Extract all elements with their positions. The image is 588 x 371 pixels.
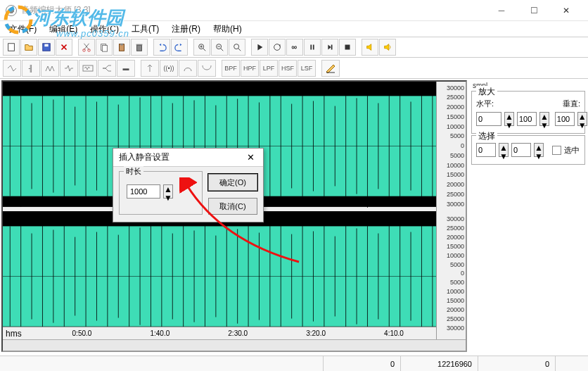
infinity-button[interactable] — [286, 39, 303, 56]
save-button[interactable] — [38, 39, 55, 56]
filter-btn-8[interactable] — [141, 60, 159, 77]
filter-btn-4[interactable] — [60, 60, 78, 77]
svg-rect-9 — [137, 45, 142, 51]
delete-button[interactable] — [131, 39, 148, 56]
filter-btn-1[interactable] — [3, 60, 21, 77]
time-ruler: hms 0:50.0 1:40.0 2:30.0 3:20.0 4:10.0 — [3, 327, 436, 339]
select-checkbox-label: 选中 — [564, 145, 580, 156]
zoom-h-max-input[interactable] — [517, 112, 537, 126]
time-unit-label: hms — [6, 329, 22, 339]
zoom-h-max-spinner[interactable]: ▲▼ — [539, 112, 549, 126]
menu-file[interactable]: 文件(F) — [4, 22, 42, 37]
menu-edit[interactable]: 编辑(E) — [44, 22, 83, 37]
insert-silence-dialog: 插入静音设置 ✕ 时长 ▲▼ 确定(O) 取消(C) — [113, 148, 264, 222]
zoom-v-spinner[interactable]: ▲▼ — [577, 112, 587, 126]
duration-input[interactable] — [127, 184, 160, 199]
svg-point-13 — [234, 44, 239, 49]
svg-rect-18 — [345, 45, 350, 50]
zoom-h-input[interactable] — [476, 112, 501, 126]
close-button[interactable]: ✕ — [550, 0, 582, 21]
undo-button[interactable] — [153, 39, 170, 56]
toolbar-filters: ╢ ▬ ((•)) BPF HPF LPF HSF LSF — [0, 58, 588, 79]
filter-hsf[interactable]: HSF — [279, 60, 297, 77]
filter-btn-11[interactable] — [198, 60, 216, 77]
svg-rect-17 — [331, 45, 333, 50]
filter-draw-button[interactable] — [321, 60, 340, 77]
select-end-spinner[interactable]: ▲▼ — [534, 143, 544, 157]
filter-btn-7[interactable]: ▬ — [117, 60, 135, 77]
filter-lpf[interactable]: LPF — [260, 60, 278, 77]
window-titlebar: 音频编辑大师 [3.3] ─ ☐ ✕ — [0, 0, 588, 21]
filter-hpf[interactable]: HPF — [241, 60, 259, 77]
select-start-input[interactable] — [476, 143, 496, 157]
menubar: 文件(F) 编辑(E) 操作(C) 工具(T) 注册(R) 帮助(H) — [0, 21, 588, 37]
side-panel: smpl 放大 水平: 垂直: ▲▼ ▲▼ ▲▼ 选择 ▲▼ — [468, 79, 588, 353]
filter-btn-6[interactable] — [98, 60, 116, 77]
cancel-button[interactable]: 取消(C) — [208, 198, 257, 215]
status-pos3: 0 — [478, 356, 556, 371]
zoom-fit-button[interactable] — [229, 39, 245, 56]
menu-tool[interactable]: 工具(T) — [126, 22, 165, 37]
pause-button[interactable] — [304, 39, 321, 56]
duration-spinner[interactable]: ▲▼ — [163, 184, 173, 199]
status-pos2: 12216960 — [401, 356, 478, 371]
redo-button[interactable] — [171, 39, 188, 56]
paste-button[interactable] — [113, 39, 130, 56]
menu-operate[interactable]: 操作(C) — [84, 22, 124, 37]
filter-btn-10[interactable] — [179, 60, 197, 77]
loop-button[interactable] — [269, 39, 286, 56]
time-tick: 4:10.0 — [384, 329, 404, 337]
zoom-v-input[interactable] — [555, 112, 575, 126]
time-tick: 3:20.0 — [306, 329, 326, 337]
time-tick: 2:30.0 — [228, 329, 248, 337]
zoom-in-button[interactable] — [193, 39, 210, 56]
speaker-left-button[interactable] — [362, 39, 378, 56]
app-icon — [6, 5, 17, 16]
select-start-spinner[interactable]: ▲▼ — [499, 143, 509, 157]
time-tick: 1:40.0 — [150, 329, 170, 337]
duration-group: 时长 ▲▼ — [119, 171, 203, 215]
svg-rect-0 — [8, 44, 15, 51]
cut-button[interactable] — [78, 39, 95, 56]
filter-btn-3[interactable] — [41, 60, 59, 77]
svg-rect-16 — [313, 45, 314, 50]
maximize-button[interactable]: ☐ — [518, 0, 550, 21]
zoom-group-label: 放大 — [476, 86, 497, 98]
new-button[interactable] — [3, 39, 20, 56]
speaker-right-button[interactable] — [379, 39, 396, 56]
dialog-close-button[interactable]: ✕ — [243, 151, 257, 165]
vertical-label: 垂直: — [563, 99, 580, 109]
filter-btn-2[interactable]: ╢ — [22, 60, 40, 77]
statusbar: 0 12216960 0 — [0, 356, 588, 371]
select-end-input[interactable] — [511, 143, 531, 157]
svg-rect-15 — [310, 45, 312, 50]
close-file-button[interactable] — [56, 39, 72, 56]
zoom-h-spinner[interactable]: ▲▼ — [504, 112, 514, 126]
horizontal-label: 水平: — [476, 99, 494, 109]
filter-lsf[interactable]: LSF — [298, 60, 316, 77]
filter-btn-5[interactable] — [79, 60, 97, 77]
time-tick: 0:50.0 — [72, 329, 92, 337]
step-button[interactable] — [321, 39, 338, 56]
play-button[interactable] — [251, 39, 268, 56]
svg-rect-6 — [102, 45, 107, 51]
dialog-title: 插入静音设置 — [119, 151, 170, 163]
stop-button[interactable] — [339, 39, 356, 56]
open-button[interactable] — [20, 39, 37, 56]
svg-rect-2 — [44, 44, 48, 47]
minimize-button[interactable]: ─ — [485, 0, 518, 21]
zoom-group: 放大 水平: 垂直: ▲▼ ▲▼ ▲▼ — [471, 91, 585, 134]
select-checkbox[interactable] — [552, 146, 561, 155]
menu-register[interactable]: 注册(R) — [166, 22, 206, 37]
copy-button[interactable] — [96, 39, 113, 56]
status-pos1: 0 — [324, 356, 401, 371]
filter-bpf[interactable]: BPF — [222, 60, 240, 77]
filter-btn-9[interactable]: ((•)) — [160, 60, 178, 77]
zoom-out-button[interactable] — [211, 39, 228, 56]
amplitude-ruler: 3000025000200001500010000500005000100001… — [436, 82, 466, 339]
ok-button[interactable]: 确定(O) — [208, 174, 257, 191]
svg-rect-8 — [120, 44, 123, 46]
menu-help[interactable]: 帮助(H) — [207, 22, 248, 37]
horizontal-scrollbar[interactable] — [3, 339, 466, 351]
select-group: 选择 ▲▼ ▲▼ 选中 — [471, 135, 585, 165]
